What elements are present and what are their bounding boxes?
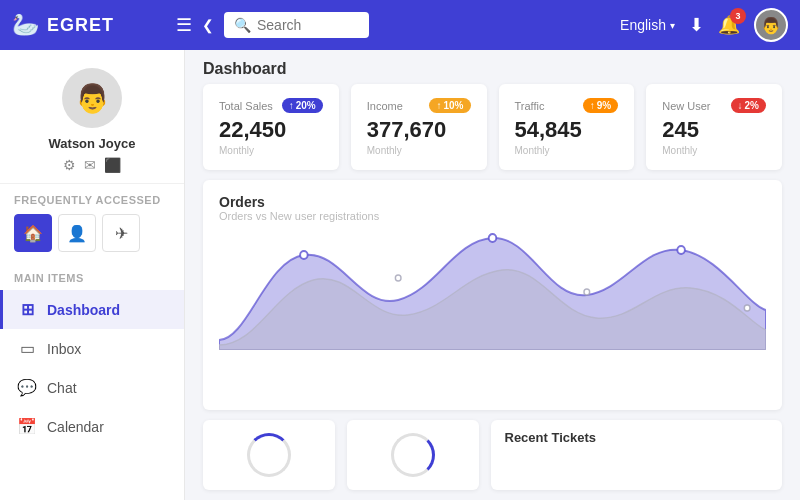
- stat-value: 377,670: [367, 117, 471, 143]
- avatar-image: 👨: [761, 16, 781, 35]
- bottom-row: Recent Tickets: [185, 420, 800, 500]
- stat-title: New User: [662, 100, 710, 112]
- stat-card-header: New User ↓ 2%: [662, 98, 766, 113]
- avatar-emoji: 👨: [75, 82, 110, 115]
- notification-button[interactable]: 🔔 3: [718, 14, 740, 36]
- sidebar-item-calendar[interactable]: 📅 Calendar: [0, 407, 184, 446]
- stat-card-header: Total Sales ↑ 20%: [219, 98, 323, 113]
- brand-icon: 🦢: [12, 12, 39, 38]
- sidebar-item-inbox[interactable]: ▭ Inbox: [0, 329, 184, 368]
- recent-tickets-title: Recent Tickets: [505, 430, 769, 445]
- user-avatar[interactable]: 👨: [754, 8, 788, 42]
- download-button[interactable]: ⬇: [689, 14, 704, 36]
- stat-value: 54,845: [515, 117, 619, 143]
- sidebar-item-dashboard[interactable]: ⊞ Dashboard: [0, 290, 184, 329]
- spinner-circle-1: [247, 433, 291, 477]
- chat-icon: 💬: [17, 378, 37, 397]
- stat-title: Total Sales: [219, 100, 273, 112]
- search-icon: 🔍: [234, 17, 251, 33]
- language-selector[interactable]: English ▾: [620, 17, 675, 33]
- sidebar-inbox-label: Inbox: [47, 341, 81, 357]
- frequently-accessed-label: Frequently Accessed: [14, 194, 170, 206]
- brand-name: EGRET: [47, 15, 114, 36]
- stat-badge: ↓ 2%: [731, 98, 766, 113]
- svg-point-3: [395, 275, 401, 281]
- svg-point-5: [744, 305, 750, 311]
- chart-svg: [219, 230, 766, 350]
- stat-cards: Total Sales ↑ 20% 22,450 Monthly Income …: [185, 84, 800, 180]
- bottom-spinner-1: [203, 420, 335, 490]
- stat-card-new-user: New User ↓ 2% 245 Monthly: [646, 84, 782, 170]
- svg-point-4: [584, 289, 590, 295]
- notification-badge: 3: [730, 8, 746, 24]
- stat-value: 22,450: [219, 117, 323, 143]
- stat-title: Income: [367, 100, 403, 112]
- stat-card-traffic: Traffic ↑ 9% 54,845 Monthly: [499, 84, 635, 170]
- search-box[interactable]: 🔍: [224, 12, 369, 38]
- main-items-section: Main Items ⊞ Dashboard ▭ Inbox 💬 Chat 📅 …: [0, 262, 184, 450]
- sidebar-chat-label: Chat: [47, 380, 77, 396]
- frequently-accessed-icons: 🏠 👤 ✈: [14, 214, 170, 252]
- topnav-right: English ▾ ⬇ 🔔 3 👨: [620, 8, 788, 42]
- chart-title: Orders: [219, 194, 766, 210]
- profile-avatar: 👨: [62, 68, 122, 128]
- email-icon[interactable]: ✉: [84, 157, 96, 173]
- sidebar-dashboard-label: Dashboard: [47, 302, 120, 318]
- main-items-label: Main Items: [0, 272, 184, 284]
- stat-card-total-sales: Total Sales ↑ 20% 22,450 Monthly: [203, 84, 339, 170]
- stat-period: Monthly: [515, 145, 619, 156]
- stat-period: Monthly: [219, 145, 323, 156]
- brand: 🦢 EGRET: [12, 12, 162, 38]
- stat-title: Traffic: [515, 100, 545, 112]
- calendar-icon: 📅: [17, 417, 37, 436]
- settings-icon[interactable]: ⚙: [63, 157, 76, 173]
- fa-home-button[interactable]: 🏠: [14, 214, 52, 252]
- back-chevron-button[interactable]: ❮: [202, 17, 214, 33]
- stat-badge: ↑ 10%: [429, 98, 470, 113]
- stat-badge: ↑ 20%: [282, 98, 323, 113]
- sidebar-calendar-label: Calendar: [47, 419, 104, 435]
- chart-subtitle: Orders vs New user registrations: [219, 210, 766, 222]
- svg-point-1: [489, 234, 497, 242]
- page-title: Dashboard: [185, 50, 800, 84]
- hamburger-button[interactable]: ☰: [176, 14, 192, 36]
- stat-card-header: Traffic ↑ 9%: [515, 98, 619, 113]
- sidebar-profile: 👨 Watson Joyce ⚙ ✉ ⬛: [0, 50, 184, 184]
- recent-tickets-section: Recent Tickets: [491, 420, 783, 490]
- language-label: English: [620, 17, 666, 33]
- bottom-spinner-2: [347, 420, 479, 490]
- stat-value: 245: [662, 117, 766, 143]
- fa-flight-button[interactable]: ✈: [102, 214, 140, 252]
- stat-card-header: Income ↑ 10%: [367, 98, 471, 113]
- svg-point-2: [677, 246, 685, 254]
- chart-area: [219, 230, 766, 350]
- body-wrap: 👨 Watson Joyce ⚙ ✉ ⬛ Frequently Accessed…: [0, 50, 800, 500]
- fa-user-button[interactable]: 👤: [58, 214, 96, 252]
- search-input[interactable]: [257, 17, 359, 33]
- sidebar: 👨 Watson Joyce ⚙ ✉ ⬛ Frequently Accessed…: [0, 50, 185, 500]
- chart-section: Orders Orders vs New user registrations: [203, 180, 782, 410]
- frequently-accessed-section: Frequently Accessed 🏠 👤 ✈: [0, 184, 184, 262]
- profile-name: Watson Joyce: [49, 136, 136, 151]
- main-content: Dashboard Total Sales ↑ 20% 22,450 Month…: [185, 50, 800, 500]
- stat-badge: ↑ 9%: [583, 98, 618, 113]
- export-icon[interactable]: ⬛: [104, 157, 121, 173]
- sidebar-item-chat[interactable]: 💬 Chat: [0, 368, 184, 407]
- spinner-circle-2: [391, 433, 435, 477]
- top-navbar: 🦢 EGRET ☰ ❮ 🔍 English ▾ ⬇ 🔔 3 👨: [0, 0, 800, 50]
- stat-period: Monthly: [662, 145, 766, 156]
- stat-period: Monthly: [367, 145, 471, 156]
- inbox-icon: ▭: [17, 339, 37, 358]
- svg-point-0: [300, 251, 308, 259]
- stat-card-income: Income ↑ 10% 377,670 Monthly: [351, 84, 487, 170]
- language-chevron-icon: ▾: [670, 20, 675, 31]
- profile-action-icons: ⚙ ✉ ⬛: [63, 157, 121, 173]
- dashboard-icon: ⊞: [17, 300, 37, 319]
